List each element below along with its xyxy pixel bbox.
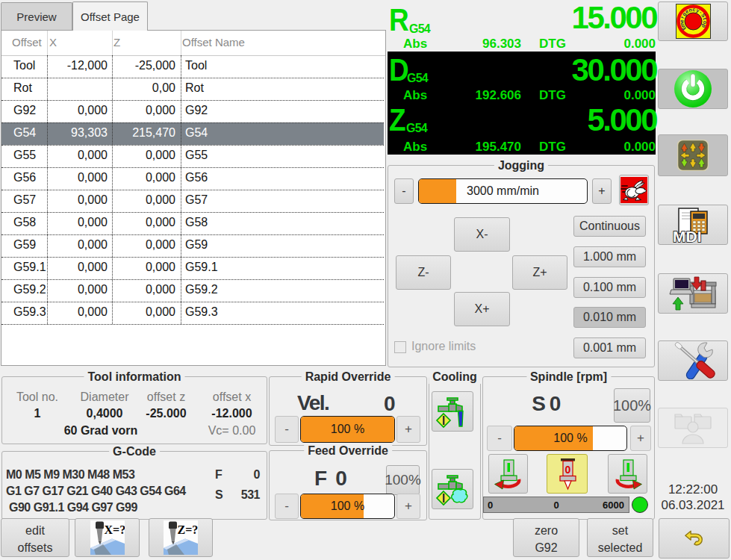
- svg-text:e: e: [679, 19, 684, 22]
- svg-text:X=?: X=?: [104, 523, 125, 536]
- svg-text:Z=?: Z=?: [178, 523, 199, 536]
- svg-text:0: 0: [564, 464, 570, 476]
- svg-text:MDI: MDI: [673, 228, 702, 243]
